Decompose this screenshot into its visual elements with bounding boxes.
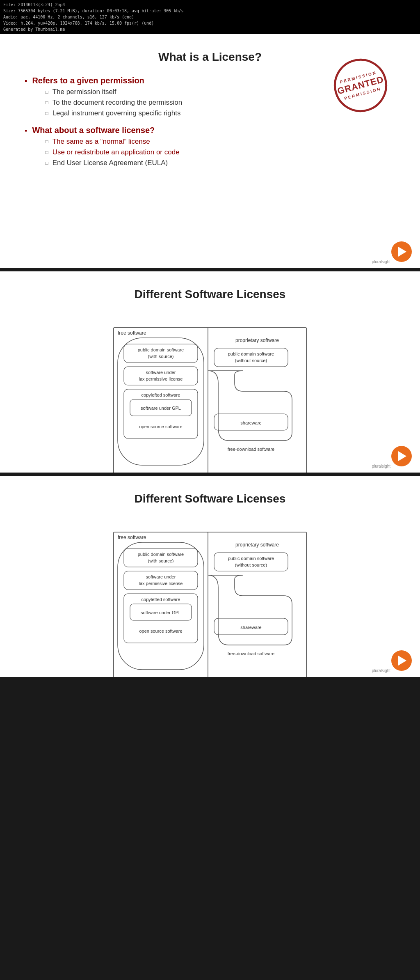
svg-rect-15 — [214, 348, 288, 367]
svg-text:free software: free software — [118, 535, 146, 540]
sub-bullet-1-1: □ The permission itself — [45, 88, 182, 96]
svg-text:software under: software under — [146, 370, 176, 375]
meta-line1: File: 20140113(3:24)_2mp4 — [3, 2, 417, 8]
permission-stamp: PERMISSION GRANTED PERMISSION — [334, 59, 387, 112]
svg-text:proprietary software: proprietary software — [235, 337, 279, 343]
stamp-circle: PERMISSION GRANTED PERMISSION — [328, 53, 393, 118]
svg-text:software under GPL: software under GPL — [141, 610, 181, 615]
svg-text:public domain software: public domain software — [228, 556, 274, 561]
license-diagram-3: free software public domain software (wi… — [112, 530, 308, 677]
sub-text-1-3: Legal instrument governing specific righ… — [52, 109, 181, 117]
sub-bullet-2-1: □ The same as a “normal” license — [45, 138, 179, 146]
play-icon-3 — [398, 656, 406, 666]
svg-text:(with source): (with source) — [148, 354, 174, 359]
svg-rect-6 — [124, 367, 198, 385]
bullet-2: ▪ What about a software license? □ The s… — [25, 126, 395, 170]
svg-rect-28 — [124, 571, 198, 590]
play-button-1[interactable] — [391, 241, 412, 262]
svg-text:open source software: open source software — [139, 629, 182, 633]
meta-line2: Size: 7565304 bytes (7.21 MiB), duration… — [3, 8, 417, 14]
sub-bullet-2-3: □ End User License Agreement (EULA) — [45, 159, 179, 167]
svg-text:proprietary software: proprietary software — [235, 542, 279, 548]
slide-2-content: Different Software Licenses — [0, 271, 420, 317]
slide-3-content: Different Software Licenses — [0, 476, 420, 522]
meta-line4: Video: h.264, yuv420p, 1024x768, 174 kb/… — [3, 20, 417, 26]
svg-text:software under: software under — [146, 574, 176, 579]
diagram-container-3: free software public domain software (wi… — [0, 522, 420, 677]
sub-text-1-2: To the document recording the permission — [52, 99, 183, 107]
pluralsight-label-3: pluralsight — [372, 668, 390, 673]
sub-bullet-1-2: □ To the document recording the permissi… — [45, 99, 182, 107]
svg-text:(without source): (without source) — [235, 562, 267, 567]
slide-1: What is a License? PERMISSION GRANTED PE… — [0, 34, 420, 268]
svg-text:open source software: open source software — [139, 424, 182, 429]
svg-text:public domain software: public domain software — [138, 347, 184, 352]
diagram-container-2: free software public domain software (wi… — [0, 317, 420, 473]
svg-rect-25 — [124, 549, 198, 567]
sub-text-2-2: Use or redistribute an application or co… — [52, 148, 180, 156]
play-button-2[interactable] — [391, 446, 412, 466]
sub-text-2-1: The same as a “normal” license — [52, 138, 150, 146]
meta-bar: File: 20140113(3:24)_2mp4 Size: 7565304 … — [0, 0, 420, 34]
sub-marker-1: □ — [45, 89, 48, 95]
sub-bullet-2-2: □ Use or redistribute an application or … — [45, 148, 179, 156]
sub-text-1-1: The permission itself — [52, 88, 116, 96]
license-diagram-2: free software public domain software (wi… — [112, 326, 308, 473]
svg-text:lax permissive license: lax permissive license — [139, 581, 183, 586]
bullet-1-marker: ▪ — [25, 77, 27, 85]
sub-bullet-1-3: □ Legal instrument governing specific ri… — [45, 109, 182, 117]
sub-marker-3: □ — [45, 110, 48, 116]
play-button-3[interactable] — [391, 650, 412, 671]
svg-text:lax permissive license: lax permissive license — [139, 376, 183, 381]
svg-text:public domain software: public domain software — [138, 552, 184, 557]
svg-rect-37 — [214, 553, 288, 571]
svg-text:public domain software: public domain software — [228, 351, 274, 356]
bullet-2-text: What about a software license? □ The sam… — [32, 126, 179, 170]
play-icon-1 — [398, 247, 406, 257]
svg-text:shareware: shareware — [240, 420, 261, 425]
svg-text:(with source): (with source) — [148, 558, 174, 563]
svg-text:free-download software: free-download software — [228, 447, 274, 452]
free-label-2: free software — [118, 330, 146, 336]
sub-text-2-3: End User License Agreement (EULA) — [52, 159, 168, 167]
sub-marker-4: □ — [45, 139, 48, 145]
svg-rect-3 — [124, 344, 198, 363]
meta-line3: Audio: aac, 44100 Hz, 2 channels, s16, 1… — [3, 14, 417, 20]
meta-line5: Generated by Thumbnail.me — [3, 26, 417, 32]
bullet-2-marker: ▪ — [25, 126, 27, 135]
sub-marker-6: □ — [45, 160, 48, 166]
play-icon-2 — [398, 451, 406, 461]
pluralsight-label-2: pluralsight — [372, 464, 390, 468]
svg-text:free-download software: free-download software — [228, 651, 274, 656]
sub-marker-2: □ — [45, 100, 48, 106]
slide-1-content: What is a License? PERMISSION GRANTED PE… — [0, 34, 420, 184]
bullet-1-text: Refers to a given permission □ The permi… — [32, 76, 182, 121]
svg-text:copylefted software: copylefted software — [142, 392, 180, 397]
slide-3-title: Different Software Licenses — [25, 492, 395, 505]
slide-2-title: Different Software Licenses — [25, 288, 395, 301]
bullet-2-subs: □ The same as a “normal” license □ Use o… — [45, 138, 179, 167]
svg-text:shareware: shareware — [240, 625, 261, 630]
svg-text:(without source): (without source) — [235, 358, 267, 363]
bullet-1-subs: □ The permission itself □ To the documen… — [45, 88, 182, 117]
slide-2: Different Software Licenses free softwar… — [0, 271, 420, 473]
svg-text:software under GPL: software under GPL — [141, 406, 181, 411]
slide-3: Different Software Licenses free softwar… — [0, 476, 420, 677]
pluralsight-label-1: pluralsight — [372, 259, 390, 264]
sub-marker-5: □ — [45, 149, 48, 155]
svg-text:copylefted software: copylefted software — [142, 597, 180, 602]
